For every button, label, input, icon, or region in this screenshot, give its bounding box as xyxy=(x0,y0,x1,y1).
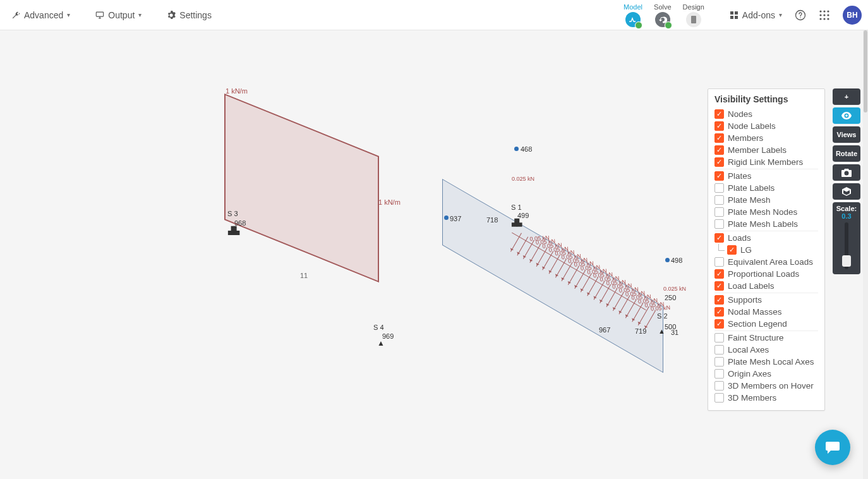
visibility-item-lg[interactable]: LG xyxy=(714,244,818,256)
checkbox[interactable] xyxy=(714,133,724,143)
model-canvas[interactable]: 1 kN/m 1 kN/m S 3 968 ▟▙ S 4 969 ▲ 11 0.… xyxy=(0,30,868,479)
visibility-item-section-legend[interactable]: Section Legend xyxy=(714,318,818,331)
visibility-item-plate-mesh[interactable]: Plate Mesh xyxy=(714,194,818,206)
checkbox[interactable] xyxy=(727,245,737,255)
checkbox[interactable] xyxy=(714,381,724,391)
chat-button[interactable] xyxy=(815,430,850,465)
checkbox[interactable] xyxy=(714,121,724,131)
visibility-item-plate-labels[interactable]: Plate Labels xyxy=(714,182,818,194)
visibility-item-nodal-masses[interactable]: Nodal Masses xyxy=(714,306,818,318)
views-button[interactable]: Views xyxy=(833,126,860,143)
stage-model[interactable]: Model xyxy=(624,3,642,27)
svg-point-13 xyxy=(819,18,821,20)
visibility-item-plate-mesh-nodes[interactable]: Plate Mesh Nodes xyxy=(714,206,818,218)
checkbox[interactable] xyxy=(714,233,724,243)
gear-icon xyxy=(167,11,176,20)
checkbox[interactable] xyxy=(714,207,724,217)
node-label: 498 xyxy=(671,257,682,264)
visibility-toggle-button[interactable] xyxy=(833,107,860,124)
output-label: Output xyxy=(108,10,135,20)
visibility-item-label: Plate Labels xyxy=(728,183,775,193)
svg-point-8 xyxy=(823,10,825,12)
visibility-item-local-axes[interactable]: Local Axes xyxy=(714,344,818,356)
visibility-item-supports[interactable]: Supports xyxy=(714,294,818,306)
stage-solve-icon xyxy=(655,12,670,27)
visibility-item-loads[interactable]: Loads xyxy=(714,232,818,244)
visibility-item-label: 3D Members xyxy=(728,393,776,403)
scrollbar[interactable] xyxy=(863,30,868,479)
visibility-item-nodes[interactable]: Nodes xyxy=(714,108,818,120)
checkbox[interactable] xyxy=(714,157,724,167)
scale-slider[interactable] xyxy=(845,222,848,269)
checkbox[interactable] xyxy=(714,393,724,403)
visibility-item-label: Nodal Masses xyxy=(728,307,782,317)
slider-thumb[interactable] xyxy=(842,255,851,267)
node-label: 31 xyxy=(671,329,678,336)
visibility-item-proportional-loads[interactable]: Proportional Loads xyxy=(714,268,818,280)
scale-value: 0.3 xyxy=(833,212,860,220)
wrench-icon xyxy=(11,11,20,20)
visibility-item-label: Loads xyxy=(728,233,751,243)
settings-menu[interactable]: Settings xyxy=(167,10,212,20)
visibility-item-node-labels[interactable]: Node Labels xyxy=(714,120,818,132)
checkbox[interactable] xyxy=(714,357,724,367)
checkbox[interactable] xyxy=(714,195,724,205)
help-icon[interactable] xyxy=(795,9,806,21)
rotate-label: Rotate xyxy=(836,150,857,157)
visibility-item-plates[interactable]: Plates xyxy=(714,170,818,182)
visibility-item-faint-structure[interactable]: Faint Structure xyxy=(714,332,818,344)
visibility-item-equivalent-area-loads[interactable]: Equivalent Area Loads xyxy=(714,256,818,268)
support-icon: ▟▙ xyxy=(228,226,239,235)
visibility-item-members[interactable]: Members xyxy=(714,132,818,144)
apps-icon[interactable] xyxy=(819,9,830,21)
visibility-item-rigid-link-members[interactable]: Rigid Link Members xyxy=(714,156,818,169)
checkbox[interactable] xyxy=(714,219,724,229)
checkbox[interactable] xyxy=(714,145,724,155)
stage-design-label: Design xyxy=(683,3,704,11)
stage-model-icon xyxy=(625,12,641,27)
visibility-title: Visibility Settings xyxy=(714,94,818,104)
checkbox[interactable] xyxy=(714,109,724,119)
checkbox[interactable] xyxy=(714,319,724,329)
advanced-menu[interactable]: Advanced ▾ xyxy=(11,10,70,20)
workflow-stages: Model Solve Design xyxy=(624,3,704,27)
support-label: S 1 xyxy=(511,203,522,211)
checkbox[interactable] xyxy=(714,333,724,343)
cube-button[interactable] xyxy=(833,183,860,200)
stage-design[interactable]: Design xyxy=(683,3,704,27)
checkbox[interactable] xyxy=(714,257,724,267)
visibility-item-plate-mesh-labels[interactable]: Plate Mesh Labels xyxy=(714,218,818,231)
checkbox[interactable] xyxy=(714,345,724,355)
monitor-icon xyxy=(95,11,104,20)
node-dot xyxy=(444,215,449,220)
camera-button[interactable] xyxy=(833,164,860,181)
svg-point-7 xyxy=(819,10,821,12)
checkbox[interactable] xyxy=(714,295,724,305)
visibility-item-plate-mesh-local-axes[interactable]: Plate Mesh Local Axes xyxy=(714,356,818,368)
checkbox[interactable] xyxy=(714,171,724,181)
stage-model-label: Model xyxy=(624,3,642,11)
svg-rect-0 xyxy=(97,12,104,16)
visibility-item-3d-members[interactable]: 3D Members xyxy=(714,392,818,404)
svg-rect-3 xyxy=(735,11,738,15)
visibility-item-label: Plate Mesh Labels xyxy=(728,219,798,229)
user-avatar[interactable]: BH xyxy=(843,6,862,25)
checkbox[interactable] xyxy=(714,307,724,317)
visibility-item-member-labels[interactable]: Member Labels xyxy=(714,144,818,156)
svg-rect-5 xyxy=(735,16,738,19)
addons-menu[interactable]: Add-ons ▾ xyxy=(730,10,782,20)
rotate-button[interactable]: Rotate xyxy=(833,145,860,162)
zoom-in-button[interactable]: + xyxy=(833,88,860,105)
checkbox[interactable] xyxy=(714,269,724,279)
visibility-item-3d-members-on-hover[interactable]: 3D Members on Hover xyxy=(714,380,818,392)
checkbox[interactable] xyxy=(714,183,724,193)
stage-solve[interactable]: Solve xyxy=(654,3,672,27)
visibility-item-origin-axes[interactable]: Origin Axes xyxy=(714,368,818,380)
visibility-item-label: Faint Structure xyxy=(728,333,784,343)
cube-icon xyxy=(842,187,851,196)
node-label: 468 xyxy=(521,145,532,153)
visibility-item-load-labels[interactable]: Load Labels xyxy=(714,280,818,293)
checkbox[interactable] xyxy=(714,281,724,291)
checkbox[interactable] xyxy=(714,369,724,379)
output-menu[interactable]: Output ▾ xyxy=(95,10,142,20)
